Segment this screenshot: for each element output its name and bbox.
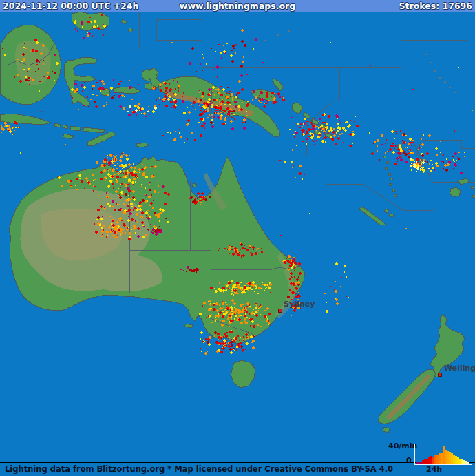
lightning-map[interactable]: SydneyWellington xyxy=(0,12,475,462)
histogram-window-label: 24h xyxy=(426,465,442,474)
city-label-sydney: Sydney xyxy=(284,300,315,309)
city-marker-sydney[interactable] xyxy=(278,309,282,312)
histogram-zero-label: 0 xyxy=(406,456,412,465)
city-marker-wellington[interactable] xyxy=(438,373,441,376)
city-label-wellington: Wellington xyxy=(444,364,475,373)
map-canvas[interactable]: SydneyWellington xyxy=(0,12,475,462)
histogram-y-axis xyxy=(414,444,415,464)
stewart-island xyxy=(383,427,390,433)
strokes-counter: Strokes: 17696 xyxy=(399,0,472,12)
header-bar: www.lightningmaps.org 2024-11-12 00:00 U… xyxy=(0,0,475,12)
histogram-bars xyxy=(416,444,471,464)
rate-histogram: 40/min 0 24h xyxy=(386,442,475,476)
histogram-x-axis xyxy=(414,464,472,465)
credit-line[interactable]: Lightning data from Blitzortung.org * Ma… xyxy=(5,464,393,474)
